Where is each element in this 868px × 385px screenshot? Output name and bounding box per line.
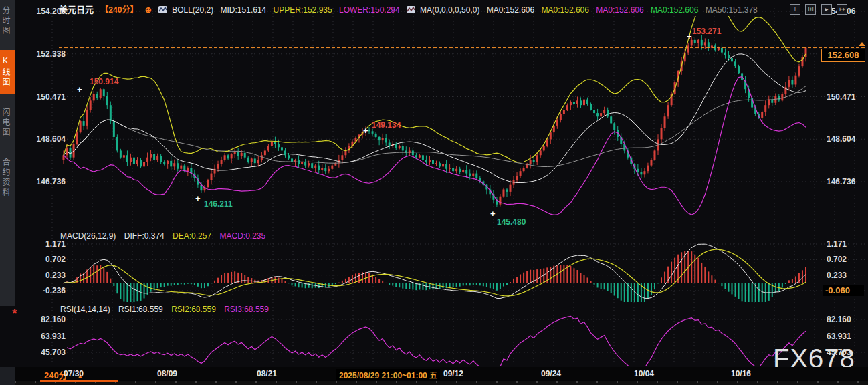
ma-name: MA(0,0,0,0,50,0) xyxy=(420,5,479,15)
ma-indicator-icon xyxy=(407,6,415,13)
bottom-left-corner xyxy=(0,367,15,385)
sidebar-item-kline-chart[interactable]: K线图 xyxy=(0,50,15,94)
period-label: 【240分】 xyxy=(100,5,138,15)
ma-value-3: MA0:152.606 xyxy=(596,5,643,15)
rsi2-value: RSI2:68.559 xyxy=(171,305,216,314)
macd-name: MACD(26,12,9) xyxy=(60,231,116,241)
ma-value-2: MA0:152.606 xyxy=(542,5,589,15)
date-tick-label: 09/24 xyxy=(541,369,561,378)
boll-name: BOLL(20,2) xyxy=(172,5,213,15)
ma-value-1: MA0:152.606 xyxy=(487,5,534,15)
macd-dea: DEA:0.257 xyxy=(173,231,211,241)
date-tick-label: 10/16 xyxy=(731,369,751,378)
date-tick-label: 10/04 xyxy=(634,369,654,378)
expand-right-icon[interactable]: ↦ xyxy=(837,4,847,15)
chart-toolbar: + ⊞ ▸ ↦ xyxy=(790,2,849,15)
trading-terminal: 154.206152.338150.471148.604146.736154.2… xyxy=(0,0,868,385)
date-tick-label: 08/09 xyxy=(157,369,177,378)
date-tick-label: 08/21 xyxy=(257,369,277,378)
time-axis: 240分▲ 07/3008/0908/212025/08/29 21:00~01… xyxy=(0,367,868,381)
ma-value-4: MA0:152.606 xyxy=(651,5,698,15)
macd-macd: MACD:0.235 xyxy=(219,231,265,241)
indicator-settings-icon[interactable]: * xyxy=(12,309,17,318)
rsi-panel-header: RSI(14,14,14) RSI1:68.559 RSI2:68.559 RS… xyxy=(60,305,275,314)
rsi-name: RSI(14,14,14) xyxy=(60,305,110,314)
macd-panel-header: MACD(26,12,9) DIFF:0.374 DEA:0.257 MACD:… xyxy=(60,231,272,241)
add-indicator-icon[interactable]: ⊕ xyxy=(145,5,152,15)
time-axis-tickstrip[interactable] xyxy=(15,381,868,385)
last-price-box: 152.608 xyxy=(821,49,865,62)
rsi3-value: RSI3:68.559 xyxy=(224,305,269,314)
indicator-window-icon[interactable]: ▸ xyxy=(821,4,832,15)
date-tick-label: 07/30 xyxy=(64,369,84,378)
ma50-value: MA50:151.378 xyxy=(706,5,758,15)
sidebar-item-contract-info[interactable]: 合约资料 xyxy=(0,152,15,204)
sidebar: 分时图 K线图 闪电图 合约资料 xyxy=(0,0,15,306)
macd-diff: DIFF:0.374 xyxy=(124,231,165,241)
chart-header: 美元日元 【240分】 ⊕ BOLL(20,2) MID:151.614 UPP… xyxy=(59,3,762,15)
sidebar-item-timeline-chart[interactable]: 分时图 xyxy=(0,0,15,42)
crosshair-icon[interactable]: + xyxy=(790,4,800,15)
boll-indicator-icon xyxy=(158,6,167,13)
boll-lower: LOWER:150.294 xyxy=(339,5,400,15)
boll-mid: MID:151.614 xyxy=(221,5,267,15)
period-tab-underline xyxy=(40,380,118,382)
date-tick-label: 09/12 xyxy=(443,369,463,378)
sidebar-item-lightning-chart[interactable]: 闪电图 xyxy=(0,102,15,144)
axis-scale-icon[interactable]: ⊞ xyxy=(805,4,816,15)
macd-current-value-box: -0.060 xyxy=(823,285,864,296)
rsi1-value: RSI1:68.559 xyxy=(118,305,163,314)
kline-chart[interactable] xyxy=(0,0,868,385)
boll-upper: UPPER:152.935 xyxy=(274,5,332,15)
symbol-name: 美元日元 xyxy=(59,5,94,15)
current-bar-datetime: 2025/08/29 21:00~01:00 五 xyxy=(336,369,440,380)
